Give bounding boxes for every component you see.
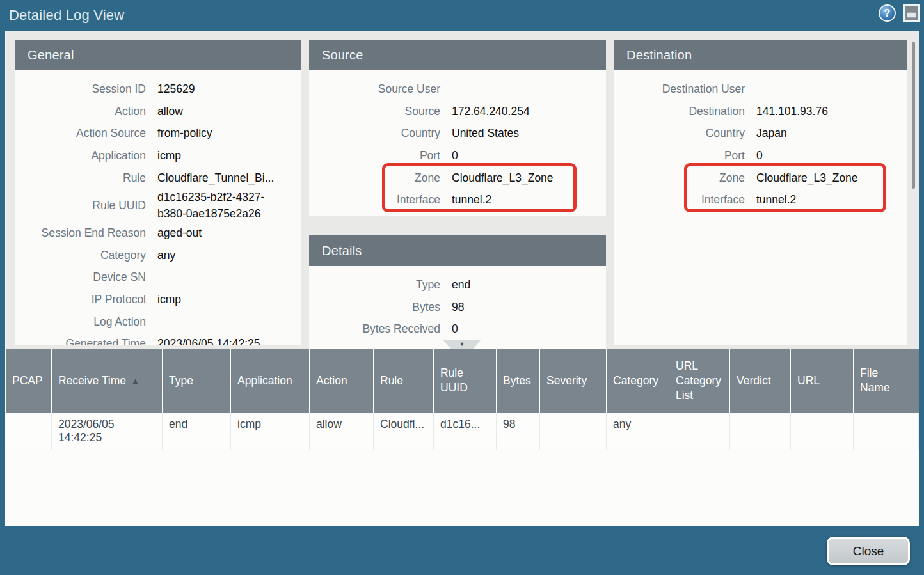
column-label: Verdict: [737, 374, 771, 388]
close-button[interactable]: Close: [827, 537, 910, 565]
highlight-box-destination-zone-interface: [684, 163, 886, 212]
column-header-receive-time[interactable]: Receive Time▲: [52, 349, 163, 413]
column-header-file-name[interactable]: File Name: [854, 349, 919, 413]
field-label: Bytes Received: [309, 320, 440, 337]
field-row-destination-user: Destination User: [614, 78, 907, 100]
details-panel: Details TypeendBytes98Bytes Received0: [309, 235, 606, 349]
column-header-verdict[interactable]: Verdict: [730, 349, 791, 413]
field-row-rule-uuid: Rule UUIDd1c16235-b2f2-4327-b380-0ae1875…: [15, 189, 301, 222]
field-label: Category: [15, 247, 146, 264]
details-panel-header: Details: [309, 235, 606, 266]
cell-rule: Cloudfl...: [374, 413, 434, 450]
field-label: Session ID: [15, 81, 146, 97]
cell-severity: [540, 413, 607, 450]
chevron-down-icon: ▼: [459, 341, 465, 347]
vertical-scrollbar-thumb[interactable]: [912, 42, 915, 189]
field-value: aged-out: [157, 224, 301, 241]
window-pane-glyph: [907, 12, 916, 18]
field-row-log-action: Log Action: [15, 310, 301, 333]
cell-application: icmp: [231, 413, 310, 450]
field-label: Destination: [614, 103, 745, 120]
field-value: any: [157, 247, 301, 264]
field-row-generated-time: Generated Time2023/06/05 14:42:25: [15, 333, 301, 345]
column-header-rule-uuid[interactable]: Rule UUID: [434, 349, 497, 413]
column-header-bytes[interactable]: Bytes: [497, 349, 540, 413]
column-label: Rule UUID: [440, 366, 486, 395]
column-header-pcap[interactable]: PCAP: [6, 349, 52, 413]
field-row-session-end-reason: Session End Reasonaged-out: [15, 222, 301, 244]
cell-verdict: [730, 413, 791, 450]
field-value: 0: [452, 147, 606, 164]
field-row-device-sn: Device SN: [15, 266, 301, 288]
field-value: 0: [452, 320, 606, 337]
log-table-header-row: PCAPReceive Time▲TypeApplicationActionRu…: [6, 349, 919, 413]
column-label: Application: [237, 374, 292, 388]
column-label: PCAP: [12, 374, 43, 388]
field-label: Port: [614, 147, 745, 164]
detail-section: General Session ID125629ActionallowActio…: [5, 31, 919, 349]
field-label: Source User: [309, 81, 440, 97]
field-row-rule: RuleCloudflare_Tunnel_Bi...: [15, 166, 301, 189]
field-label: Type: [309, 276, 440, 293]
cell-type: end: [163, 413, 231, 450]
cell-action: allow: [310, 413, 374, 450]
field-row-type: Typeend: [309, 274, 606, 296]
field-label: Application: [15, 147, 146, 164]
field-label: IP Protocol: [15, 291, 146, 308]
field-value: allow: [157, 103, 301, 120]
field-label: Rule: [15, 169, 146, 186]
details-panel-body: TypeendBytes98Bytes Received0: [309, 266, 606, 349]
column-label: Severity: [546, 374, 587, 388]
highlight-box-source-zone-interface: [382, 163, 577, 212]
field-row-action: Actionallow: [15, 100, 301, 123]
field-value: Cloudflare_Tunnel_Bi...: [157, 169, 301, 186]
field-label: Generated Time: [15, 335, 146, 345]
field-label: Action Source: [15, 125, 146, 141]
column-header-severity[interactable]: Severity: [540, 349, 607, 413]
column-label: Category: [613, 374, 658, 388]
cell-url: [791, 413, 854, 450]
log-table-row[interactable]: 2023/06/05 14:42:25endicmpallowCloudfl..…: [6, 413, 919, 450]
field-row-bytes: Bytes98: [309, 296, 606, 319]
column-header-application[interactable]: Application: [231, 349, 310, 413]
cell-url-category-list: [669, 413, 730, 450]
column-header-rule[interactable]: Rule: [374, 349, 434, 413]
field-label: Device SN: [15, 269, 146, 285]
field-value: d1c16235-b2f2-4327-b380-0ae1875e2a26: [157, 189, 301, 222]
cell-file-name: [854, 413, 919, 450]
field-value: icmp: [157, 291, 301, 308]
field-row-destination: Destination141.101.93.76: [614, 100, 907, 123]
field-row-category: Categoryany: [15, 244, 301, 267]
field-label: Destination User: [614, 81, 745, 97]
column-label: Rule: [380, 374, 403, 388]
column-header-category[interactable]: Category: [607, 349, 669, 413]
source-panel-header: Source: [309, 40, 606, 70]
field-label: Action: [15, 103, 146, 120]
field-label: Session End Reason: [15, 224, 146, 241]
field-row-bytes-received: Bytes Received0: [309, 318, 606, 340]
field-label: Log Action: [15, 313, 146, 330]
column-header-action[interactable]: Action: [310, 349, 374, 413]
window-restore-icon[interactable]: [903, 4, 920, 22]
field-label: Port: [309, 147, 440, 164]
column-label: Receive Time: [58, 374, 126, 388]
column-header-url-category-list[interactable]: URL Category List: [669, 349, 730, 413]
cell-receive-time: 2023/06/05 14:42:25: [52, 413, 163, 450]
field-value: Japan: [756, 125, 907, 141]
field-value: 125629: [157, 81, 301, 97]
field-value: 98: [452, 299, 606, 315]
field-label: Country: [309, 125, 440, 141]
dialog-titlebar: Detailed Log View ?: [0, 0, 924, 31]
field-row-application: Applicationicmp: [15, 145, 301, 167]
column-label: Bytes: [503, 374, 531, 388]
column-header-url[interactable]: URL: [791, 349, 854, 413]
field-value: from-policy: [157, 125, 301, 141]
field-value: 141.101.93.76: [756, 103, 907, 120]
help-icon[interactable]: ?: [879, 4, 896, 22]
column-label: URL: [797, 374, 820, 388]
field-label: Source: [309, 103, 440, 120]
field-value: 2023/06/05 14:42:25: [157, 335, 301, 345]
column-header-type[interactable]: Type: [163, 349, 231, 413]
column-label: URL Category List: [676, 359, 722, 403]
column-label: Action: [316, 374, 347, 388]
